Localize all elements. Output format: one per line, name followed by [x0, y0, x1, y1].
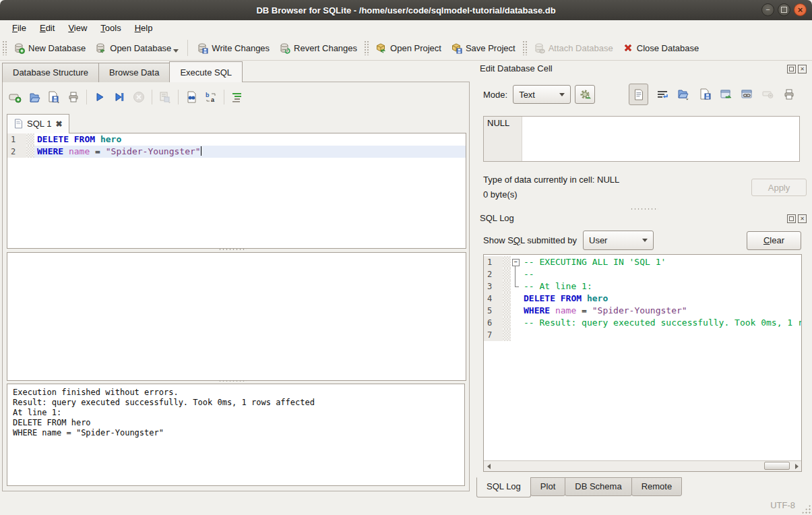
submitted-by-select[interactable]: User — [583, 231, 654, 250]
main-tab-bar: Database Structure Browse Data Execute S… — [2, 61, 242, 82]
tab-db-schema[interactable]: DB Schema — [565, 477, 631, 496]
sql-toolbar-separator — [178, 90, 179, 104]
code-line: 1−-- EXECUTING ALL IN 'SQL 1' — [484, 256, 801, 268]
dock-close-icon[interactable]: ✕ — [798, 65, 807, 73]
tab-execute-sql[interactable]: Execute SQL — [169, 61, 243, 82]
import-cell-data-icon[interactable] — [677, 88, 691, 101]
app-window: { "titlebar": { "title": "DB Browser for… — [0, 0, 812, 515]
set-null-icon[interactable] — [762, 90, 774, 98]
splitter-handle[interactable] — [218, 248, 247, 251]
splitter-handle[interactable] — [630, 208, 658, 211]
sql-log-dock-buttons: ✕ — [787, 214, 807, 223]
open-project-icon — [375, 42, 387, 54]
message-line: Execution finished without errors. — [13, 388, 459, 398]
stop-execution-icon[interactable] — [132, 90, 146, 104]
results-grid-pane[interactable] — [7, 252, 466, 381]
tab-remote[interactable]: Remote — [631, 477, 683, 496]
minimize-button[interactable]: − — [761, 3, 774, 16]
export-cell-data-icon[interactable] — [699, 88, 712, 100]
sql-editor[interactable]: 1DELETE FROM hero2WHERE name = "Spider-Y… — [7, 133, 466, 249]
menu-file[interactable]: File — [5, 21, 33, 35]
execute-all-icon[interactable] — [93, 90, 106, 104]
svg-text:b: b — [206, 92, 210, 98]
code-text: -- At line 1: — [521, 280, 801, 293]
line-number: 1 — [7, 133, 26, 146]
new-database-button[interactable]: New Database — [9, 40, 90, 57]
sql-doc-tab-close-icon[interactable]: ✖ — [55, 119, 62, 129]
cell-editor-box[interactable]: NULL — [483, 116, 800, 162]
tab-database-structure[interactable]: Database Structure — [2, 63, 99, 82]
fold-margin — [503, 256, 511, 268]
maximize-button[interactable] — [778, 3, 790, 16]
open-database-button[interactable]: Open Database — [90, 40, 183, 57]
execute-current-line-icon[interactable] — [113, 90, 126, 104]
fold-marker — [511, 329, 521, 341]
fold-marker — [511, 305, 521, 317]
format-sql-icon[interactable] — [230, 90, 244, 104]
menu-view[interactable]: View — [61, 21, 94, 35]
find-replace-icon[interactable]: ba — [204, 90, 218, 104]
save-results-icon[interactable] — [158, 90, 172, 104]
splitter-handle[interactable] — [218, 380, 247, 383]
open-project-button[interactable]: Open Project — [371, 40, 446, 57]
attach-database-button[interactable]: Attach Database — [529, 40, 618, 57]
tab-plot[interactable]: Plot — [530, 477, 565, 496]
scroll-left-icon[interactable] — [484, 462, 493, 471]
dock-float-icon[interactable] — [787, 65, 796, 73]
open-sql-file-icon[interactable] — [28, 90, 41, 104]
copy-link-icon[interactable] — [741, 89, 753, 100]
write-changes-button[interactable]: Write Changes — [192, 40, 274, 57]
toolbar-drag-handle[interactable] — [2, 40, 7, 55]
new-sql-tab-icon[interactable] — [8, 90, 22, 104]
print-cell-icon[interactable] — [783, 88, 795, 100]
revert-changes-label: Revert Changes — [294, 43, 357, 53]
sql-doc-tab[interactable]: SQL 1 ✖ — [7, 114, 69, 133]
open-database-dropdown-icon[interactable] — [173, 49, 179, 53]
dock-float-icon[interactable] — [787, 214, 796, 223]
fold-margin — [26, 146, 34, 158]
apply-button[interactable]: Apply — [751, 179, 807, 196]
dock-close-icon[interactable]: ✕ — [798, 214, 807, 223]
resize-grip[interactable] — [801, 504, 811, 514]
fold-marker[interactable]: − — [511, 256, 521, 268]
new-database-icon — [13, 42, 25, 54]
fold-margin — [26, 133, 34, 146]
tab-browse-data[interactable]: Browse Data — [98, 63, 170, 82]
toolbar-drag-handle[interactable] — [522, 40, 527, 55]
horizontal-scrollbar[interactable] — [484, 460, 801, 471]
scrollbar-track[interactable] — [493, 461, 792, 471]
print-sql-icon[interactable] — [67, 90, 80, 104]
clear-log-button[interactable]: Clear — [747, 231, 801, 250]
open-database-label: Open Database — [110, 43, 171, 53]
line-number: 4 — [484, 293, 503, 305]
close-database-button[interactable]: Close Database — [618, 40, 704, 56]
scrollbar-thumb[interactable] — [764, 462, 790, 470]
sql-log-box[interactable]: 1−-- EXECUTING ALL IN 'SQL 1'2--3-- At l… — [483, 254, 802, 472]
scroll-right-icon[interactable] — [792, 462, 801, 471]
toolbar-drag-handle[interactable] — [364, 40, 369, 55]
save-sql-file-icon[interactable] — [47, 90, 61, 104]
menu-tools[interactable]: Tools — [94, 21, 127, 35]
encoding-indicator[interactable]: UTF-8 — [770, 500, 795, 510]
cell-text-mode-icon[interactable] — [629, 84, 648, 105]
close-button[interactable]: × — [794, 3, 807, 16]
execution-message-pane[interactable]: Execution finished without errors.Result… — [7, 384, 465, 486]
word-wrap-icon[interactable] — [657, 90, 668, 100]
cell-editor-area[interactable] — [522, 117, 799, 161]
line-number: 2 — [7, 146, 26, 158]
line-number: 6 — [484, 317, 503, 329]
find-icon[interactable] — [185, 90, 198, 104]
code-text: -- Result: query executed successfully. … — [521, 317, 801, 329]
menu-edit[interactable]: Edit — [33, 21, 61, 35]
code-text: DELETE FROM hero — [34, 133, 466, 146]
code-line: 2-- — [484, 268, 801, 280]
cell-autoapply-button[interactable] — [575, 85, 595, 104]
write-changes-label: Write Changes — [212, 43, 270, 53]
cell-type-info: Type of data currently in cell: NULL — [483, 175, 619, 185]
menu-help[interactable]: Help — [128, 21, 160, 35]
revert-changes-button[interactable]: Revert Changes — [274, 40, 362, 57]
save-project-button[interactable]: Save Project — [446, 40, 520, 57]
sql-toolbar-separator — [152, 90, 152, 104]
open-in-external-app-icon[interactable] — [720, 89, 732, 100]
cell-mode-select[interactable]: Text — [513, 85, 571, 104]
